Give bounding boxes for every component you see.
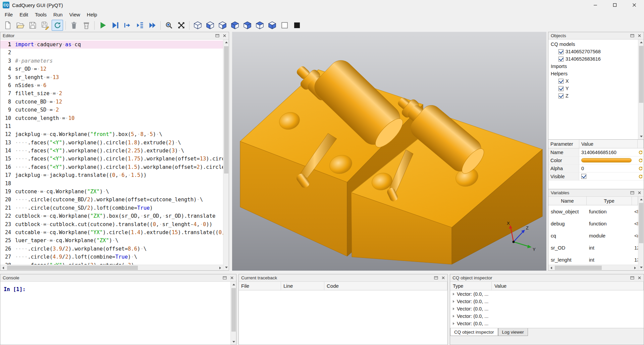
autoreload-button[interactable] [52,20,63,31]
open-button[interactable] [14,20,26,31]
scroll-down-icon[interactable] [223,265,229,270]
visibility-checkbox[interactable] [558,57,564,62]
column-header-type[interactable]: Type [450,282,492,290]
scrollbar-thumb[interactable] [555,266,602,270]
code-line-6[interactable]: 6nSides·=·6 [0,81,223,89]
code-line-16[interactable]: 16····.faces("<Y").workplane().circle(1.… [0,163,223,171]
code-line-25[interactable]: 25luer_taper·=·cq.Workplane("ZX")·\ [0,236,223,245]
debug-button[interactable] [109,20,121,31]
scroll-down-icon[interactable] [231,339,236,345]
scroll-up-icon[interactable] [638,40,644,45]
scroll-right-icon[interactable] [217,265,223,271]
wireframe-button[interactable] [279,20,290,31]
menu-view[interactable]: View [66,11,84,18]
code-line-17[interactable]: 17jackplug·=·jackplug.translate((0,·6,·1… [0,171,223,179]
render-button[interactable] [97,20,108,31]
column-header-value[interactable]: Value [579,140,638,148]
expand-chevron-icon[interactable] [453,293,454,295]
scroll-up-icon[interactable] [638,197,644,202]
code-line-1[interactable]: 1import·cadquery·as·cq [0,41,223,49]
reset-button[interactable] [638,164,644,172]
menu-file[interactable]: File [1,11,16,18]
code-line-9[interactable]: 9cutcone_SD·=·2 [0,106,223,114]
visibility-checkbox[interactable] [558,79,564,84]
objects-vscrollbar[interactable] [638,40,644,139]
reset-button[interactable] [638,148,644,156]
fit-view-button[interactable] [175,20,187,31]
view-back-button[interactable] [217,20,228,31]
variable-row-sr_lenght[interactable]: sr_lenghtint13 [548,254,638,265]
code-line-4[interactable]: 4sr_OD·=·12 [0,65,223,73]
column-header-type[interactable]: Type [587,197,632,205]
view-iso-button[interactable] [192,20,203,31]
scroll-down-icon[interactable] [638,265,644,270]
scroll-right-icon[interactable] [632,265,638,271]
editor-hscrollbar[interactable] [0,265,223,270]
tab-cq-object-inspector[interactable]: CQ object inspector [450,328,498,336]
code-line-3[interactable]: 3#·parameters [0,57,223,65]
expand-chevron-icon[interactable] [453,307,454,310]
tree-item-3140652707568[interactable]: 3140652707568 [548,48,638,55]
float-panel-icon[interactable] [629,275,635,281]
tree-item-cq-models[interactable]: CQ models [548,41,638,48]
view-top-button[interactable] [254,20,265,31]
code-line-15[interactable]: 15····.faces("<Y").workplane().circle(1.… [0,155,223,163]
scrollbar-thumb[interactable] [639,203,643,243]
tree-item-z[interactable]: Z [548,92,638,99]
code-line-19[interactable]: 19cutcone·=·cq.Workplane("ZX")·\ [0,188,223,196]
scrollbar-thumb[interactable] [231,288,236,332]
code-line-8[interactable]: 8cutcone_BD·=·12 [0,98,223,106]
close-panel-icon[interactable] [636,33,642,39]
minimize-button[interactable] [586,0,605,10]
tree-item-x[interactable]: X [548,77,638,85]
view-left-button[interactable] [229,20,240,31]
code-line-11[interactable]: 11 [0,122,223,130]
delete-all-button[interactable] [80,20,92,31]
inspector-row-3[interactable]: Vector: (0.0, ... [450,305,644,313]
property-value[interactable] [579,156,638,164]
inspector-row-2[interactable]: Vector: (0.0, ... [450,298,644,305]
visible-checkbox[interactable] [581,174,586,179]
scroll-up-icon[interactable] [231,282,236,287]
expand-chevron-icon[interactable] [453,300,454,303]
step-button[interactable] [122,20,133,31]
code-line-2[interactable]: 2 [0,49,223,57]
expand-chevron-icon[interactable] [453,322,454,325]
scrollbar-thumb[interactable] [639,46,643,103]
console-vscrollbar[interactable] [230,282,236,345]
close-panel-icon[interactable] [440,275,446,281]
delete-button[interactable] [68,20,79,31]
code-line-26[interactable]: 26····.circle(3.9/2).workplane(offset=8.… [0,245,223,253]
view-right-button[interactable] [241,20,253,31]
variable-row-debug[interactable]: debugfunction<f [548,217,638,229]
view-bottom-button[interactable] [266,20,278,31]
save-button[interactable] [27,20,38,31]
inspector-row-5[interactable]: Vector: (0.0, ... [450,320,644,327]
column-header-name[interactable]: Name [548,197,587,205]
column-header-value[interactable]: Value [492,282,644,290]
variables-hscrollbar[interactable] [548,265,638,270]
expand-chevron-icon[interactable] [453,315,454,318]
close-panel-icon[interactable] [221,33,227,39]
code-editor[interactable]: 1import·cadquery·as·cq23#·parameters4sr_… [0,40,223,265]
code-line-27[interactable]: 27····.circle(4.9/2).loft(combine=True)·… [0,253,223,261]
variable-row-cq[interactable]: cqmodule<m [548,229,638,242]
tree-item-helpers[interactable]: Helpers [548,70,638,77]
tree-item-imports[interactable]: Imports [548,63,638,70]
float-panel-icon[interactable] [214,33,220,39]
new-button[interactable] [2,20,13,31]
float-panel-icon[interactable] [433,275,439,281]
property-value[interactable]: 0 [579,164,638,172]
float-panel-icon[interactable] [629,33,635,39]
close-button[interactable] [625,0,644,10]
variable-row-sr_OD[interactable]: sr_ODint12 [548,242,638,254]
viewport-3d[interactable]: X Z Y [232,32,546,271]
menu-edit[interactable]: Edit [16,11,32,18]
variable-row-show_object[interactable]: show_objectfunction<f [548,205,638,217]
property-value[interactable]: 3140646685160 [579,148,638,156]
variables-vscrollbar[interactable] [638,197,644,270]
menu-help[interactable]: Help [84,11,101,18]
scrollbar-thumb[interactable] [7,266,138,270]
scroll-up-icon[interactable] [223,40,229,45]
column-header-file[interactable]: File [239,282,281,290]
